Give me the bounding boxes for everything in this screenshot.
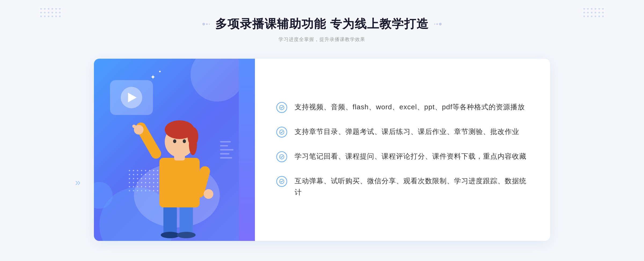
check-icon-4 (276, 176, 287, 187)
svg-point-19 (280, 130, 284, 135)
page-wrapper: 多项录播课辅助功能 专为线上教学打造 学习进度全掌握，提升录播课教学效果 ✦ ✦ (0, 0, 644, 261)
svg-rect-5 (159, 158, 200, 207)
title-row: 多项录播课辅助功能 专为线上教学打造 (202, 16, 442, 32)
right-stripe (239, 59, 255, 241)
svg-point-20 (280, 155, 284, 159)
svg-point-18 (280, 105, 284, 110)
illustration-area: ✦ ✦ (94, 59, 255, 241)
check-icon-1 (276, 102, 287, 113)
feature-text-4: 互动弹幕、试听购买、微信分享、观看次数限制、学习进度跟踪、数据统计 (295, 176, 529, 198)
svg-point-3 (161, 232, 180, 238)
svg-rect-1 (163, 203, 177, 236)
content-card: ✦ ✦ (94, 59, 550, 241)
bg-dots-right (583, 8, 604, 17)
main-title: 多项录播课辅助功能 专为线上教学打造 (215, 16, 429, 32)
svg-point-11 (173, 139, 176, 143)
sparkle-2: ✦ (158, 69, 162, 74)
feature-item-4: 互动弹幕、试听购买、微信分享、观看次数限制、学习进度跟踪、数据统计 (276, 176, 529, 198)
svg-point-21 (280, 179, 284, 184)
person-illustration (129, 88, 230, 241)
svg-point-16 (204, 189, 213, 199)
header-section: 多项录播课辅助功能 专为线上教学打造 学习进度全掌握，提升录播课教学效果 (202, 16, 442, 43)
check-icon-2 (276, 127, 287, 137)
svg-point-12 (183, 139, 186, 143)
feature-item-3: 学习笔记回看、课程提问、课程评论打分、课件资料下载，重点内容收藏 (276, 151, 529, 162)
check-icon-3 (276, 151, 287, 162)
feature-text-2: 支持章节目录、弹题考试、课后练习、课后作业、章节测验、批改作业 (295, 126, 519, 137)
left-arrows-deco: » (75, 177, 80, 188)
feature-text-1: 支持视频、音频、flash、word、excel、ppt、pdf等各种格式的资源… (295, 102, 525, 113)
svg-rect-2 (180, 203, 193, 236)
feature-text-3: 学习笔记回看、课程提问、课程评论打分、课件资料下载，重点内容收藏 (295, 151, 526, 162)
subtitle: 学习进度全掌握，提升录播课教学效果 (279, 36, 365, 43)
features-area: 支持视频、音频、flash、word、excel、ppt、pdf等各种格式的资源… (255, 59, 550, 241)
title-deco-left (202, 23, 210, 25)
svg-point-4 (177, 232, 196, 238)
feature-item-1: 支持视频、音频、flash、word、excel、ppt、pdf等各种格式的资源… (276, 102, 529, 113)
feature-item-2: 支持章节目录、弹题考试、课后练习、课后作业、章节测验、批改作业 (276, 126, 529, 137)
title-deco-right (434, 23, 442, 25)
svg-point-10 (189, 134, 197, 155)
sparkle-1: ✦ (150, 73, 156, 81)
bg-dots-left (40, 8, 61, 17)
